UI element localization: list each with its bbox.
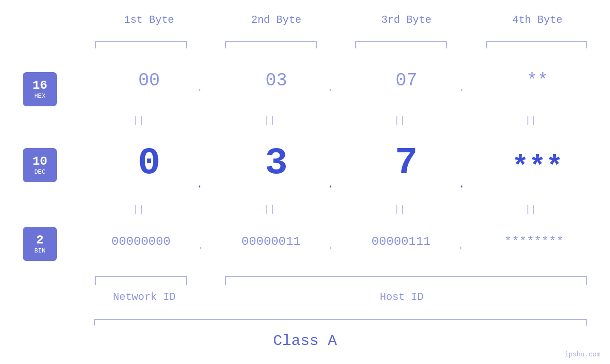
hex-dot-2: . [327, 80, 335, 94]
bin-dot-3: . [458, 240, 464, 252]
eq-hex-3: || [394, 115, 405, 126]
top-bracket-col3-right [446, 41, 447, 48]
hex-dot-3: . [458, 80, 466, 94]
bottom-bracket-host-right [586, 276, 587, 285]
col1-header: 1st Byte [103, 14, 195, 26]
bin-val-3: 00000111 [351, 234, 451, 249]
top-bracket-col1 [95, 41, 187, 42]
hex-val-4: ** [492, 70, 583, 91]
class-bracket [94, 319, 587, 320]
dec-badge-label: DEC [34, 168, 45, 176]
col3-header: 3rd Byte [361, 14, 452, 26]
bottom-bracket-network [95, 276, 187, 277]
col4-header: 4th Byte [492, 14, 583, 26]
hex-val-3: 07 [361, 70, 452, 91]
top-bracket-col4 [486, 41, 587, 42]
bin-badge-label: BIN [34, 247, 45, 254]
top-bracket-col2-left [225, 41, 226, 48]
top-bracket-col2 [225, 41, 317, 42]
class-label: Class A [0, 332, 610, 350]
hex-badge: 16 HEX [23, 72, 57, 106]
bottom-bracket-host-left [225, 276, 226, 285]
dec-dot-3: . [458, 177, 466, 191]
bottom-bracket-host [225, 276, 587, 277]
top-bracket-col3 [355, 41, 447, 42]
eq-dec-1: || [133, 204, 144, 215]
hex-val-2: 03 [231, 70, 322, 91]
bin-badge: 2 BIN [23, 227, 57, 261]
col2-header: 2nd Byte [231, 14, 322, 26]
bin-val-2: 00000011 [221, 234, 321, 249]
bin-val-1: 00000000 [91, 234, 191, 249]
bin-dot-1: . [197, 240, 204, 252]
host-id-label: Host ID [380, 291, 423, 303]
eq-hex-4: || [525, 115, 536, 126]
top-bracket-col3-left [355, 41, 356, 48]
bin-dot-2: . [328, 240, 334, 252]
class-bracket-right [586, 319, 587, 326]
main-container: 16 HEX 10 DEC 2 BIN 1st Byte 2nd Byte 3r… [0, 0, 610, 364]
dec-val-1: 0 [103, 141, 195, 185]
top-bracket-col4-left [486, 41, 487, 48]
dec-dot-1: . [196, 177, 204, 191]
hex-badge-label: HEX [34, 93, 45, 100]
dec-dot-2: . [327, 177, 335, 191]
eq-hex-2: || [264, 115, 275, 126]
top-bracket-col1-right [186, 41, 187, 48]
bottom-bracket-network-left [95, 276, 96, 285]
dec-badge-num: 10 [32, 155, 47, 168]
dec-val-3: 7 [361, 141, 452, 185]
top-bracket-col4-right [586, 41, 587, 48]
eq-hex-1: || [133, 115, 144, 126]
eq-dec-2: || [264, 204, 275, 215]
eq-dec-4: || [525, 204, 536, 215]
top-bracket-col2-right [316, 41, 317, 48]
hex-val-1: 00 [103, 70, 195, 91]
network-id-label: Network ID [113, 291, 176, 303]
dec-badge: 10 DEC [23, 148, 57, 182]
dec-val-4: *** [492, 151, 583, 183]
top-bracket-col1-left [95, 41, 96, 48]
class-bracket-left [94, 319, 95, 326]
bottom-bracket-network-right [186, 276, 187, 285]
watermark: ipshu.com [564, 351, 601, 358]
hex-dot-1: . [196, 80, 204, 94]
bin-val-4: ******** [479, 234, 589, 249]
dec-val-2: 3 [231, 141, 322, 185]
bin-badge-num: 2 [36, 233, 44, 247]
hex-badge-num: 16 [32, 79, 47, 93]
eq-dec-3: || [394, 204, 405, 215]
